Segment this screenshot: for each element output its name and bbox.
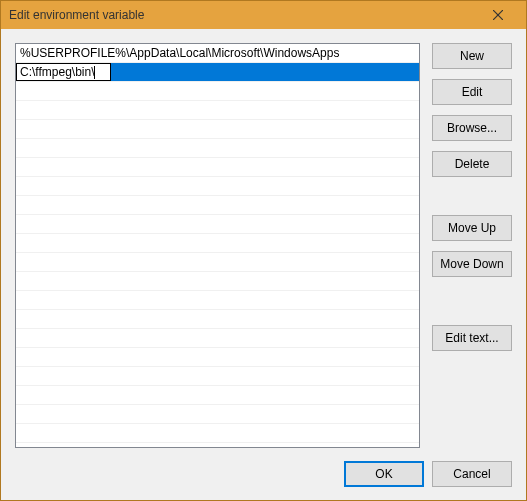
edit-text-button[interactable]: Edit text... (432, 325, 512, 351)
delete-button[interactable]: Delete (432, 151, 512, 177)
cancel-button[interactable]: Cancel (432, 461, 512, 487)
text-caret (94, 66, 95, 79)
window-title: Edit environment variable (9, 8, 478, 22)
edit-button[interactable]: Edit (432, 79, 512, 105)
new-button[interactable]: New (432, 43, 512, 69)
browse-button[interactable]: Browse... (432, 115, 512, 141)
move-up-button[interactable]: Move Up (432, 215, 512, 241)
ok-button[interactable]: OK (344, 461, 424, 487)
path-list[interactable]: %USERPROFILE%\AppData\Local\Microsoft\Wi… (15, 43, 420, 448)
titlebar[interactable]: Edit environment variable (1, 1, 526, 29)
button-column: New Edit Browse... Delete Move Up Move D… (432, 43, 512, 448)
dialog-window: Edit environment variable %USERPROFILE%\… (0, 0, 527, 501)
list-item[interactable]: %USERPROFILE%\AppData\Local\Microsoft\Wi… (16, 44, 419, 63)
list-item-editing[interactable]: C:\ffmpeg\bin\ (16, 63, 419, 82)
close-button[interactable] (478, 4, 518, 26)
main-area: %USERPROFILE%\AppData\Local\Microsoft\Wi… (15, 43, 512, 448)
inline-edit-input[interactable]: C:\ffmpeg\bin\ (16, 63, 111, 81)
list-empty-rows[interactable] (16, 82, 419, 447)
move-down-button[interactable]: Move Down (432, 251, 512, 277)
close-icon (493, 10, 503, 20)
inline-edit-value: C:\ffmpeg\bin\ (20, 63, 94, 82)
client-area: %USERPROFILE%\AppData\Local\Microsoft\Wi… (1, 29, 526, 500)
dialog-footer: OK Cancel (15, 448, 512, 488)
